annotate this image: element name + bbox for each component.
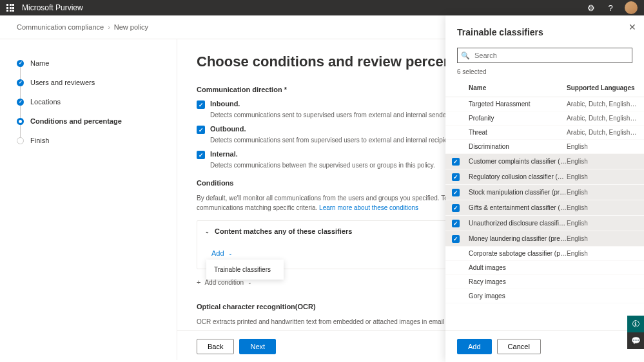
row-lang: English [567, 220, 638, 227]
row-checkbox[interactable] [452, 204, 460, 212]
conditions-learn-more-link[interactable]: Learn more about these conditions [319, 204, 418, 211]
table-row[interactable]: Money laundering classifier (preview) (p… [445, 231, 644, 247]
table-row[interactable]: Gory images [445, 289, 644, 303]
chevron-down-icon: ⌄ [205, 229, 210, 234]
table-row[interactable]: Customer complaints classifier (preview)… [445, 154, 644, 169]
app-title: Microsoft Purview [22, 3, 83, 12]
breadcrumb-parent[interactable]: Communication compliance [17, 23, 104, 31]
step-item[interactable]: Conditions and percentage [17, 111, 160, 131]
row-lang: English [567, 250, 638, 257]
row-lang: Arabic, Dutch, English, French, German, … [567, 129, 638, 136]
dropdown-item-trainable[interactable]: Trainable classifiers [206, 262, 284, 277]
panel-footer: Add Cancel [445, 330, 644, 362]
table-row[interactable]: ThreatArabic, Dutch, English, French, Ge… [445, 126, 644, 140]
header-left: Microsoft Purview [6, 3, 83, 12]
row-name: Unauthorized disclosure classifier (prev… [465, 220, 567, 227]
settings-icon[interactable]: ⚙ [586, 3, 596, 13]
search-icon: 🔍 [461, 52, 470, 60]
table-row[interactable]: Corporate sabotage classifier (preview) … [445, 247, 644, 261]
step-label: Locations [30, 98, 61, 106]
row-name: Stock manipulation classifier (preview) … [465, 189, 567, 196]
step-circle-icon [17, 137, 24, 144]
table-header: Name Supported Languages [445, 79, 644, 97]
chat-widget-icon[interactable]: 💬 [627, 332, 644, 349]
step-label: Conditions and percentage [30, 117, 122, 125]
row-checkbox[interactable] [452, 235, 460, 243]
direction-checkbox[interactable] [197, 100, 205, 109]
table-row[interactable]: Racy images [445, 275, 644, 289]
panel-header: Trainable classifiers [445, 15, 644, 44]
step-circle-icon [17, 118, 24, 125]
accordion-title: Content matches any of these classifiers [215, 227, 352, 235]
row-checkbox[interactable] [452, 173, 460, 181]
step-list: NameUsers and reviewersLocationsConditio… [17, 53, 160, 150]
step-item[interactable]: Finish [17, 131, 160, 150]
direction-label: Inbound. [210, 100, 240, 108]
back-button[interactable]: Back [197, 339, 234, 354]
column-languages[interactable]: Supported Languages [567, 84, 638, 91]
row-checkbox[interactable] [452, 189, 460, 196]
row-lang: English [567, 235, 638, 242]
panel-title: Trainable classifiers [457, 27, 632, 37]
row-lang: English [567, 189, 638, 196]
row-name: Customer complaints classifier (preview) [465, 158, 567, 165]
table-row[interactable]: Targeted HarassmentArabic, Dutch, Englis… [445, 97, 644, 111]
step-circle-icon [17, 79, 24, 86]
app-launcher-icon[interactable] [6, 4, 14, 12]
table-row[interactable]: Gifts & entertainment classifier (previe… [445, 200, 644, 216]
direction-label: Internal. [210, 150, 238, 158]
row-name: Money laundering classifier (preview) (p… [465, 235, 567, 242]
table-row[interactable]: Regulatory collusion classifier (preview… [445, 169, 644, 185]
row-name: Discrimination [465, 143, 567, 150]
header-right: ⚙ ? [586, 1, 638, 14]
row-name: Adult images [465, 264, 567, 271]
table-row[interactable]: Unauthorized disclosure classifier (prev… [445, 216, 644, 231]
wizard-steps-sidebar: NameUsers and reviewersLocationsConditio… [0, 39, 177, 360]
table-row[interactable]: Stock manipulation classifier (preview) … [445, 185, 644, 200]
row-name: Regulatory collusion classifier (preview… [465, 173, 567, 180]
step-item[interactable]: Locations [17, 92, 160, 111]
search-input[interactable] [457, 48, 632, 63]
step-item[interactable]: Name [17, 53, 160, 73]
row-lang: English [567, 204, 638, 211]
chevron-down-icon: ⌄ [228, 251, 233, 256]
row-lang: Arabic, Dutch, English, French, German, … [567, 100, 638, 108]
row-name: Targeted Harassment [465, 100, 567, 108]
direction-checkbox[interactable] [197, 126, 205, 134]
panel-cancel-button[interactable]: Cancel [497, 339, 541, 354]
table-row[interactable]: ProfanityArabic, Dutch, English, French,… [445, 111, 644, 126]
direction-label: Outbound. [210, 125, 246, 133]
panel-close-icon[interactable]: ✕ [629, 22, 636, 32]
feedback-widget-icon[interactable]: 🛈 [627, 316, 644, 332]
row-name: Profanity [465, 115, 567, 122]
row-checkbox[interactable] [452, 158, 460, 166]
row-lang: English [567, 173, 638, 180]
help-icon[interactable]: ? [605, 3, 616, 13]
next-button[interactable]: Next [239, 339, 276, 354]
step-label: Users and reviewers [30, 79, 95, 86]
row-checkbox[interactable] [452, 220, 460, 227]
step-item[interactable]: Users and reviewers [17, 73, 160, 92]
dropdown-menu: Trainable classifiers [206, 260, 284, 280]
row-name: Gifts & entertainment classifier (previe… [465, 204, 567, 211]
plus-icon: + [197, 278, 200, 286]
row-name: Gory images [465, 292, 567, 300]
row-lang: Arabic, Dutch, English, French, German, … [567, 115, 638, 122]
row-lang: English [567, 158, 638, 165]
selected-count: 6 selected [445, 68, 644, 79]
avatar[interactable] [625, 1, 638, 14]
step-label: Name [30, 59, 49, 67]
direction-checkbox[interactable] [197, 151, 205, 159]
chevron-down-icon: ⌄ [248, 280, 252, 285]
panel-add-button[interactable]: Add [457, 339, 492, 354]
table-row[interactable]: Adult images [445, 261, 644, 275]
step-label: Finish [30, 137, 49, 144]
row-name: Corporate sabotage classifier (preview) … [465, 250, 567, 257]
panel-search: 🔍 [457, 48, 632, 63]
app-header: Microsoft Purview ⚙ ? [0, 0, 644, 15]
column-name[interactable]: Name [465, 84, 567, 91]
row-name: Racy images [465, 278, 567, 285]
breadcrumb-separator: › [108, 23, 110, 31]
table-row[interactable]: DiscriminationEnglish [445, 140, 644, 154]
step-circle-icon [17, 60, 24, 67]
